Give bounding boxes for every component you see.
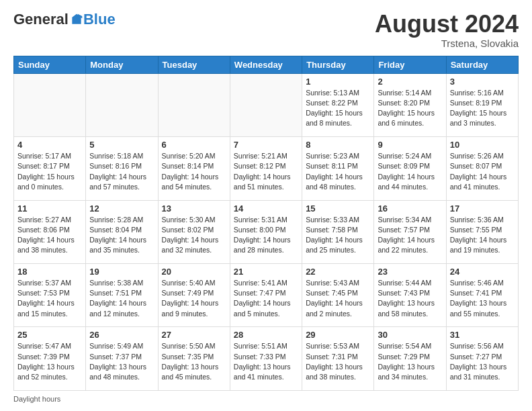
day-number: 3	[450, 77, 515, 87]
calendar-cell: 6Sunrise: 5:20 AMSunset: 8:14 PMDaylight…	[158, 137, 230, 200]
calendar-header-wednesday: Wednesday	[230, 56, 302, 73]
calendar-cell: 21Sunrise: 5:41 AMSunset: 7:47 PMDayligh…	[230, 264, 302, 327]
calendar-cell: 10Sunrise: 5:26 AMSunset: 8:07 PMDayligh…	[446, 137, 518, 200]
calendar-cell: 11Sunrise: 5:27 AMSunset: 8:06 PMDayligh…	[14, 200, 86, 263]
day-info: Sunrise: 5:17 AMSunset: 8:17 PMDaylight:…	[17, 151, 82, 192]
logo-blue: Blue	[83, 11, 116, 28]
calendar-cell: 2Sunrise: 5:14 AMSunset: 8:20 PMDaylight…	[374, 73, 446, 136]
footer-note: Daylight hours	[13, 395, 519, 403]
calendar-cell: 12Sunrise: 5:28 AMSunset: 8:04 PMDayligh…	[86, 200, 158, 263]
calendar-cell: 8Sunrise: 5:23 AMSunset: 8:11 PMDaylight…	[302, 137, 374, 200]
day-info: Sunrise: 5:24 AMSunset: 8:09 PMDaylight:…	[378, 151, 442, 192]
calendar-cell: 9Sunrise: 5:24 AMSunset: 8:09 PMDaylight…	[374, 137, 446, 200]
day-number: 1	[306, 77, 370, 87]
day-number: 20	[162, 267, 226, 277]
day-number: 29	[306, 330, 370, 340]
calendar-header-tuesday: Tuesday	[158, 56, 230, 73]
calendar-cell	[86, 73, 158, 136]
day-number: 23	[378, 267, 442, 277]
day-number: 24	[450, 267, 515, 277]
calendar-cell: 27Sunrise: 5:50 AMSunset: 7:35 PMDayligh…	[158, 327, 230, 391]
day-info: Sunrise: 5:38 AMSunset: 7:51 PMDaylight:…	[89, 278, 154, 319]
day-info: Sunrise: 5:26 AMSunset: 8:07 PMDaylight:…	[450, 151, 515, 192]
day-info: Sunrise: 5:43 AMSunset: 7:45 PMDaylight:…	[306, 278, 370, 319]
day-info: Sunrise: 5:20 AMSunset: 8:14 PMDaylight:…	[162, 151, 226, 192]
day-info: Sunrise: 5:37 AMSunset: 7:53 PMDaylight:…	[17, 278, 82, 319]
logo-general: General	[13, 11, 69, 28]
day-number: 12	[89, 203, 154, 214]
day-number: 25	[17, 330, 82, 340]
title-block: August 2024 Trstena, Slovakia	[375, 11, 519, 49]
calendar-cell: 15Sunrise: 5:33 AMSunset: 7:58 PMDayligh…	[302, 200, 374, 263]
day-number: 9	[378, 140, 442, 150]
calendar-cell: 7Sunrise: 5:21 AMSunset: 8:12 PMDaylight…	[230, 137, 302, 200]
calendar-cell: 23Sunrise: 5:44 AMSunset: 7:43 PMDayligh…	[374, 264, 446, 327]
day-info: Sunrise: 5:18 AMSunset: 8:16 PMDaylight:…	[89, 151, 154, 192]
day-number: 21	[234, 267, 298, 277]
day-info: Sunrise: 5:44 AMSunset: 7:43 PMDaylight:…	[378, 278, 442, 319]
calendar-header-friday: Friday	[374, 56, 446, 73]
day-number: 5	[89, 140, 154, 150]
calendar-cell: 3Sunrise: 5:16 AMSunset: 8:19 PMDaylight…	[446, 73, 518, 136]
day-number: 31	[450, 330, 515, 340]
calendar-cell: 22Sunrise: 5:43 AMSunset: 7:45 PMDayligh…	[302, 264, 374, 327]
day-number: 27	[162, 330, 226, 340]
calendar-cell: 31Sunrise: 5:56 AMSunset: 7:27 PMDayligh…	[446, 327, 518, 391]
day-number: 17	[450, 203, 515, 214]
day-number: 28	[234, 330, 298, 340]
day-info: Sunrise: 5:30 AMSunset: 8:02 PMDaylight:…	[162, 215, 226, 256]
month-title: August 2024	[375, 11, 519, 38]
day-info: Sunrise: 5:46 AMSunset: 7:41 PMDaylight:…	[450, 278, 515, 319]
calendar-cell: 28Sunrise: 5:51 AMSunset: 7:33 PMDayligh…	[230, 327, 302, 391]
day-number: 10	[450, 140, 515, 150]
day-info: Sunrise: 5:47 AMSunset: 7:39 PMDaylight:…	[17, 341, 82, 382]
day-number: 11	[17, 203, 82, 214]
day-number: 6	[162, 140, 226, 150]
calendar-cell: 26Sunrise: 5:49 AMSunset: 7:37 PMDayligh…	[86, 327, 158, 391]
day-info: Sunrise: 5:21 AMSunset: 8:12 PMDaylight:…	[234, 151, 298, 192]
day-number: 13	[162, 203, 226, 214]
logo-text: General Blue	[13, 11, 116, 28]
calendar-cell: 25Sunrise: 5:47 AMSunset: 7:39 PMDayligh…	[14, 327, 86, 391]
calendar-cell	[230, 73, 302, 136]
day-info: Sunrise: 5:16 AMSunset: 8:19 PMDaylight:…	[450, 88, 515, 129]
day-info: Sunrise: 5:14 AMSunset: 8:20 PMDaylight:…	[378, 88, 442, 129]
calendar-week-3: 18Sunrise: 5:37 AMSunset: 7:53 PMDayligh…	[14, 264, 519, 327]
calendar-header-monday: Monday	[86, 56, 158, 73]
day-number: 22	[306, 267, 370, 277]
calendar-cell: 4Sunrise: 5:17 AMSunset: 8:17 PMDaylight…	[14, 137, 86, 200]
day-info: Sunrise: 5:50 AMSunset: 7:35 PMDaylight:…	[162, 341, 226, 382]
calendar-cell: 17Sunrise: 5:36 AMSunset: 7:55 PMDayligh…	[446, 200, 518, 263]
calendar-header-row: SundayMondayTuesdayWednesdayThursdayFrid…	[14, 56, 519, 73]
logo-icon	[70, 13, 83, 26]
day-number: 15	[306, 203, 370, 214]
day-info: Sunrise: 5:33 AMSunset: 7:58 PMDaylight:…	[306, 215, 370, 256]
calendar-cell: 1Sunrise: 5:13 AMSunset: 8:22 PMDaylight…	[302, 73, 374, 136]
calendar-cell: 5Sunrise: 5:18 AMSunset: 8:16 PMDaylight…	[86, 137, 158, 200]
calendar-week-2: 11Sunrise: 5:27 AMSunset: 8:06 PMDayligh…	[14, 200, 519, 263]
day-info: Sunrise: 5:40 AMSunset: 7:49 PMDaylight:…	[162, 278, 226, 319]
day-number: 16	[378, 203, 442, 214]
day-info: Sunrise: 5:13 AMSunset: 8:22 PMDaylight:…	[306, 88, 370, 129]
calendar-week-0: 1Sunrise: 5:13 AMSunset: 8:22 PMDaylight…	[14, 73, 519, 136]
day-number: 7	[234, 140, 298, 150]
day-info: Sunrise: 5:41 AMSunset: 7:47 PMDaylight:…	[234, 278, 298, 319]
day-info: Sunrise: 5:31 AMSunset: 8:00 PMDaylight:…	[234, 215, 298, 256]
day-number: 18	[17, 267, 82, 277]
calendar-cell	[158, 73, 230, 136]
day-info: Sunrise: 5:34 AMSunset: 7:57 PMDaylight:…	[378, 215, 442, 256]
calendar-cell: 30Sunrise: 5:54 AMSunset: 7:29 PMDayligh…	[374, 327, 446, 391]
calendar-header-saturday: Saturday	[446, 56, 518, 73]
calendar-cell: 13Sunrise: 5:30 AMSunset: 8:02 PMDayligh…	[158, 200, 230, 263]
calendar-week-1: 4Sunrise: 5:17 AMSunset: 8:17 PMDaylight…	[14, 137, 519, 200]
location: Trstena, Slovakia	[375, 38, 519, 49]
calendar-cell	[14, 73, 86, 136]
day-info: Sunrise: 5:36 AMSunset: 7:55 PMDaylight:…	[450, 215, 515, 256]
day-number: 14	[234, 203, 298, 214]
day-info: Sunrise: 5:56 AMSunset: 7:27 PMDaylight:…	[450, 341, 515, 382]
day-number: 30	[378, 330, 442, 340]
calendar-cell: 19Sunrise: 5:38 AMSunset: 7:51 PMDayligh…	[86, 264, 158, 327]
calendar-cell: 14Sunrise: 5:31 AMSunset: 8:00 PMDayligh…	[230, 200, 302, 263]
day-info: Sunrise: 5:28 AMSunset: 8:04 PMDaylight:…	[89, 215, 154, 256]
page: General Blue August 2024 Trstena, Slovak…	[0, 0, 532, 411]
